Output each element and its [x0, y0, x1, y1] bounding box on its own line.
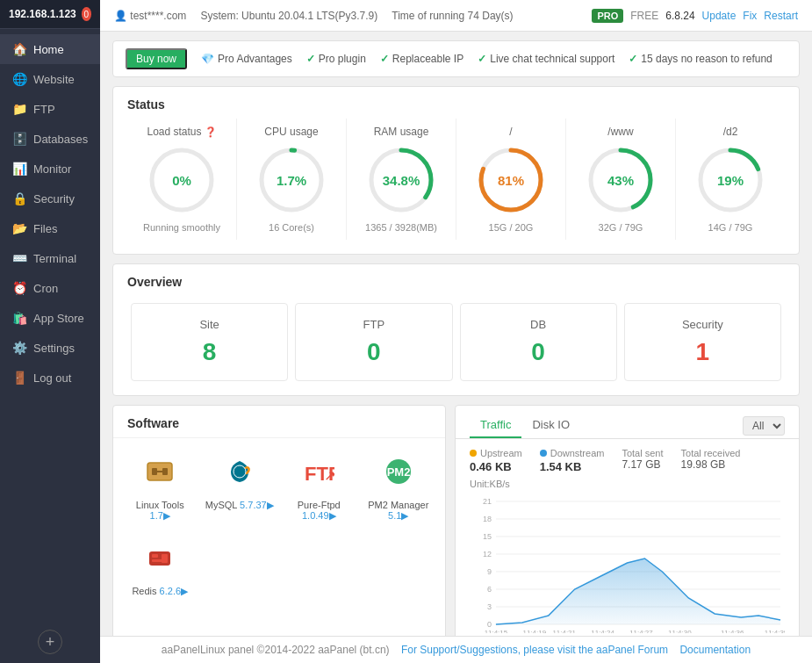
sidebar-item-monitor[interactable]: 📊Monitor [0, 154, 100, 184]
footer-docs-link[interactable]: Documentation [679, 644, 751, 656]
tab-traffic[interactable]: Traffic [470, 413, 521, 438]
svg-rect-14 [162, 468, 168, 475]
svg-text:6: 6 [487, 585, 492, 594]
gauge-label-4: /www [570, 126, 672, 138]
downstream-value: 1.54 KB [540, 460, 605, 473]
nav-label-9: App Store [33, 312, 84, 325]
gauge-0: Load status ❓ 0% Running smoothly [127, 119, 237, 240]
sidebar-item-files[interactable]: 📂Files [0, 213, 100, 243]
sidebar-item-ftp[interactable]: 📁FTP [0, 94, 100, 124]
sidebar-nav: 🏠Home🌐Website📁FTP🗄️Databases📊Monitor🔒Sec… [0, 29, 100, 621]
sidebar-item-home[interactable]: 🏠Home [0, 34, 100, 64]
sw-version-1: 5.7.37▶ [240, 500, 274, 510]
sidebar-item-cron[interactable]: ⏰Cron [0, 273, 100, 303]
nav-icon-8: ⏰ [12, 281, 26, 295]
nav-icon-9: 🛍️ [12, 311, 26, 325]
sidebar-item-databases[interactable]: 🗄️Databases [0, 124, 100, 154]
topbar-left: 👤 test****.com System: Ubuntu 20.04.1 LT… [114, 10, 514, 22]
software-item-1[interactable]: MySQL 5.7.37▶ [202, 447, 278, 530]
overview-card-2[interactable]: DB 0 [460, 303, 617, 381]
sw-version-0: 1.7▶ [150, 510, 170, 521]
sw-icon-container-3: PM2 [364, 456, 434, 494]
sw-name-1: MySQL 5.7.37▶ [205, 500, 275, 511]
topbar-right: PRO FREE 6.8.24 Update Fix Restart [592, 9, 798, 23]
footer-copyright: aaPanelLinux panel ©2014-2022 aaPanel (b… [162, 644, 390, 656]
add-button[interactable]: + [38, 630, 62, 654]
svg-rect-22 [152, 554, 158, 558]
overview-card-1[interactable]: FTP 0 [295, 303, 452, 381]
gauge-2: RAM usage 34.8% 1365 / 3928(MB) [347, 119, 456, 240]
total-sent-value: 7.17 GB [622, 458, 663, 471]
nav-icon-11: 🚪 [12, 371, 26, 385]
software-item-3[interactable]: PM2 PM2 Manager 5.1▶ [361, 447, 437, 530]
software-item-4[interactable]: Redis 6.2.6▶ [122, 534, 198, 607]
nav-icon-3: 🗄️ [12, 132, 26, 146]
traffic-panel: Traffic Disk IO All Upstream 0.4 [455, 405, 800, 636]
pro-refund: ✓ 15 days no reason to refund [629, 53, 772, 65]
pro-plugin: ✓ Pro plugin [306, 53, 366, 65]
overview-cards: Site 8 FTP 0 DB 0 Security 1 [113, 296, 799, 395]
linux-tools-icon [144, 456, 176, 487]
nav-icon-5: 🔒 [12, 191, 26, 205]
sidebar-item-security[interactable]: 🔒Security [0, 184, 100, 213]
nav-label-10: Settings [33, 342, 75, 355]
svg-text:18: 18 [483, 515, 492, 523]
ov-value-1: 0 [303, 338, 444, 366]
overview-card-3[interactable]: Security 1 [624, 303, 781, 381]
software-item-0[interactable]: Linux Tools 1.7▶ [122, 447, 198, 530]
software-grid: Linux Tools 1.7▶ MySQL 5.7.37▶ FTP↗ Pure… [113, 438, 445, 615]
footer-support-link[interactable]: For Support/Suggestions, please visit th… [401, 644, 668, 656]
sidebar: 192.168.1.123 0 🏠Home🌐Website📁FTP🗄️Datab… [0, 0, 100, 663]
overview-card-0[interactable]: Site 8 [131, 303, 288, 381]
update-link[interactable]: Update [702, 10, 737, 22]
ov-value-2: 0 [468, 338, 609, 366]
software-title: Software [113, 406, 445, 438]
chart-unit: Unit:KB/s [470, 479, 785, 489]
svg-point-16 [234, 465, 246, 478]
ov-value-3: 1 [632, 338, 773, 366]
nav-icon-10: ⚙️ [12, 341, 26, 355]
bottom-row: Software Linux Tools 1.7▶ MySQL 5.7.37▶ … [112, 405, 800, 636]
gauge-sub-3: 15G / 20G [460, 222, 562, 233]
gauge-label-2: RAM usage [350, 126, 452, 138]
gauge-container-2: 34.8% [366, 145, 436, 215]
restart-link[interactable]: Restart [764, 10, 798, 22]
sidebar-item-app-store[interactable]: 🛍️App Store [0, 303, 100, 333]
software-item-2[interactable]: FTP↗ Pure-Ftpd 1.0.49▶ [281, 447, 357, 530]
nav-icon-6: 📂 [12, 221, 26, 235]
gauge-label-1: CPU usage [241, 126, 342, 138]
gauge-value-5: 19% [717, 173, 744, 188]
sidebar-add-section: + [0, 621, 100, 663]
svg-text:9: 9 [487, 567, 492, 576]
svg-text:0: 0 [487, 620, 492, 629]
gauge-container-1: 1.7% [256, 145, 327, 215]
nav-icon-2: 📁 [12, 102, 26, 116]
sidebar-item-log-out[interactable]: 🚪Log out [0, 363, 100, 393]
fix-link[interactable]: Fix [743, 10, 757, 22]
tab-diskio[interactable]: Disk IO [521, 413, 580, 438]
sidebar-item-settings[interactable]: ⚙️Settings [0, 333, 100, 363]
stat-downstream: Downstream 1.54 KB [540, 448, 605, 473]
svg-text:11:4:24: 11:4:24 [591, 629, 614, 633]
svg-text:11:4:15: 11:4:15 [485, 629, 508, 633]
svg-rect-24 [162, 554, 168, 563]
traffic-tabs: Traffic Disk IO All [456, 406, 799, 439]
redis-icon [144, 543, 176, 574]
status-card: Status Load status ❓ 0% Running smoothly… [112, 86, 800, 255]
downstream-dot [540, 450, 547, 457]
traffic-filter: All [743, 416, 785, 436]
topbar: 👤 test****.com System: Ubuntu 20.04.1 LT… [100, 0, 812, 32]
sidebar-item-terminal[interactable]: ⌨️Terminal [0, 243, 100, 273]
nav-label-5: Security [33, 192, 75, 205]
sidebar-item-website[interactable]: 🌐Website [0, 64, 100, 94]
nav-icon-4: 📊 [12, 162, 26, 176]
gauge-label-3: / [460, 126, 562, 138]
gauge-value-3: 81% [498, 173, 524, 188]
buy-now-button[interactable]: Buy now [126, 48, 187, 69]
sw-icon-container-2: FTP↗ [284, 456, 354, 494]
svg-text:12: 12 [483, 550, 492, 559]
sidebar-ip: 192.168.1.123 [9, 8, 76, 20]
pro-advantage: 💎 Pro Advantages [201, 53, 292, 65]
traffic-stats: Upstream 0.46 KB Downstream 1.54 KB Tota… [456, 439, 799, 479]
traffic-filter-select[interactable]: All [743, 416, 785, 436]
